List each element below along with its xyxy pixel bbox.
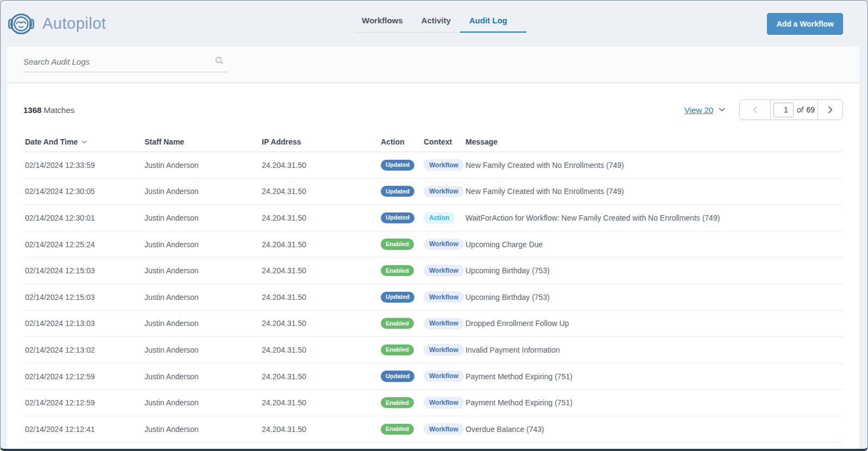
page-number-input[interactable] <box>773 103 794 117</box>
cell-staff-name: Justin Anderson <box>144 293 262 302</box>
cell-date: 02/14/2024 12:12:59 <box>25 372 144 381</box>
cell-staff-name: Justin Anderson <box>144 346 262 354</box>
cell-date: 02/14/2024 12:12:59 <box>25 398 144 407</box>
cell-ip-address: 24.204.31.50 <box>262 319 381 328</box>
table-row: 02/14/2024 12:25:24 Justin Anderson 24.2… <box>25 231 842 258</box>
cell-ip-address: 24.204.31.50 <box>262 398 381 407</box>
table-row: 02/14/2024 12:33:59 Justin Anderson 24.2… <box>25 152 842 179</box>
action-badge: Enabled <box>381 344 414 355</box>
page-size-dropdown[interactable]: View 20 <box>684 105 725 115</box>
context-badge: Workflow <box>424 265 464 276</box>
action-badge: Updated <box>381 212 414 223</box>
context-badge: Action <box>424 212 455 223</box>
context-badge: Workflow <box>424 291 464 303</box>
table-row: 02/14/2024 12:30:05 Justin Anderson 24.2… <box>25 179 842 205</box>
cell-staff-name: Justin Anderson <box>144 372 262 381</box>
sort-chevron-icon <box>81 140 87 144</box>
table-row: 02/14/2024 12:13:03 Justin Anderson 24.2… <box>25 311 842 337</box>
action-badge: Enabled <box>381 397 414 408</box>
cell-message: Upcoming Charge Due <box>466 240 842 249</box>
cell-staff-name: Justin Anderson <box>144 240 262 249</box>
cell-date: 02/14/2024 12:13:02 <box>25 346 144 354</box>
prev-page-button[interactable] <box>740 100 770 120</box>
context-badge: Workflow <box>424 397 464 408</box>
cell-message: WaitForAction for Workflow: New Family C… <box>466 214 842 222</box>
app-header: Autopilot Workflows Activity Audit Log A… <box>1 1 867 47</box>
cell-message: Upcoming Birthday (753) <box>466 293 842 302</box>
context-badge: Workflow <box>424 159 464 171</box>
cell-ip-address: 24.204.31.50 <box>262 240 381 249</box>
search-icon[interactable] <box>215 57 223 67</box>
column-header-message: Message <box>466 137 842 146</box>
page-title: Autopilot <box>42 15 106 33</box>
action-badge: Enabled <box>381 318 414 329</box>
search-section <box>7 47 859 83</box>
cell-ip-address: 24.204.31.50 <box>262 266 381 275</box>
action-badge: Updated <box>381 186 414 197</box>
context-badge: Workflow <box>424 344 464 355</box>
context-badge: Workflow <box>424 318 464 329</box>
search-field <box>23 57 228 72</box>
action-badge: Enabled <box>381 424 414 435</box>
search-input[interactable] <box>23 57 215 66</box>
cell-message: Upcoming Birthday (753) <box>466 266 842 275</box>
robot-logo-icon <box>8 11 34 36</box>
cell-staff-name: Justin Anderson <box>144 187 262 196</box>
cell-message: Overdue Balance (743) <box>466 425 842 434</box>
table-row: 02/14/2024 12:30:01 Justin Anderson 24.2… <box>25 205 842 231</box>
action-badge: Enabled <box>381 265 414 276</box>
context-badge: Workflow <box>424 423 464 435</box>
next-page-button[interactable] <box>818 100 842 120</box>
tab-audit-log[interactable]: Audit Log <box>460 10 517 33</box>
table-row: 02/14/2024 12:15:03 Justin Anderson 24.2… <box>25 258 842 284</box>
column-header-ip: IP Address <box>262 137 381 146</box>
cell-staff-name: Justin Anderson <box>144 266 262 275</box>
cell-date: 02/14/2024 12:33:59 <box>25 161 144 170</box>
pagination: of 69 <box>739 99 843 120</box>
results-bar: 1368 Matches View 20 of 69 <box>7 83 859 120</box>
cell-message: New Family Created with No Enrollments (… <box>466 161 842 170</box>
cell-staff-name: Justin Anderson <box>144 398 262 407</box>
match-count-label: Matches <box>44 105 75 115</box>
cell-date: 02/14/2024 12:13:03 <box>25 319 144 328</box>
add-workflow-button[interactable]: Add a Workflow <box>767 13 843 35</box>
column-header-date[interactable]: Date And Time <box>25 137 144 146</box>
match-count-number: 1368 <box>23 105 41 115</box>
cell-ip-address: 24.204.31.50 <box>262 346 381 354</box>
cell-staff-name: Justin Anderson <box>144 319 262 328</box>
column-header-staff: Staff Name <box>144 137 262 146</box>
cell-ip-address: 24.204.31.50 <box>262 214 381 222</box>
cell-ip-address: 24.204.31.50 <box>262 187 381 196</box>
table-header-row: Date And Time Staff Name IP Address Acti… <box>25 132 842 152</box>
cell-date: 02/14/2024 12:12:41 <box>25 425 144 434</box>
cell-ip-address: 24.204.31.50 <box>262 425 381 434</box>
page-size-label: View 20 <box>684 105 713 115</box>
cell-staff-name: Justin Anderson <box>144 214 262 222</box>
cell-date: 02/14/2024 12:30:01 <box>25 214 144 222</box>
tab-workflows[interactable]: Workflows <box>353 10 412 33</box>
cell-message: Invalid Payment Information <box>466 346 842 354</box>
cell-message: Payment Method Expiring (751) <box>466 372 842 381</box>
action-badge: Updated <box>381 160 414 171</box>
tab-activity[interactable]: Activity <box>412 10 460 33</box>
cell-ip-address: 24.204.31.50 <box>262 161 381 170</box>
column-header-context: Context <box>424 137 466 146</box>
cell-message: New Family Created with No Enrollments (… <box>466 187 842 196</box>
chevron-right-icon <box>828 105 833 114</box>
action-badge: Updated <box>381 371 414 381</box>
cell-date: 02/14/2024 12:25:24 <box>25 240 144 249</box>
cell-date: 02/14/2024 12:15:03 <box>25 266 144 275</box>
chevron-down-icon <box>719 108 725 112</box>
context-badge: Workflow <box>424 371 464 382</box>
table-row: 02/14/2024 12:12:59 Justin Anderson 24.2… <box>25 364 842 390</box>
cell-message: Dropped Enrollment Follow Up <box>466 319 842 328</box>
app-window: Autopilot Workflows Activity Audit Log A… <box>0 0 868 451</box>
brand: Autopilot <box>8 11 106 36</box>
total-pages: 69 <box>807 105 815 114</box>
cell-date: 02/14/2024 12:30:05 <box>25 187 144 196</box>
context-badge: Workflow <box>424 239 464 250</box>
table-row: 02/14/2024 12:12:59 Justin Anderson 24.2… <box>25 390 842 416</box>
cell-date: 02/14/2024 12:15:03 <box>25 293 144 302</box>
table-row: 02/14/2024 12:13:02 Justin Anderson 24.2… <box>25 337 842 364</box>
action-badge: Enabled <box>381 239 414 249</box>
